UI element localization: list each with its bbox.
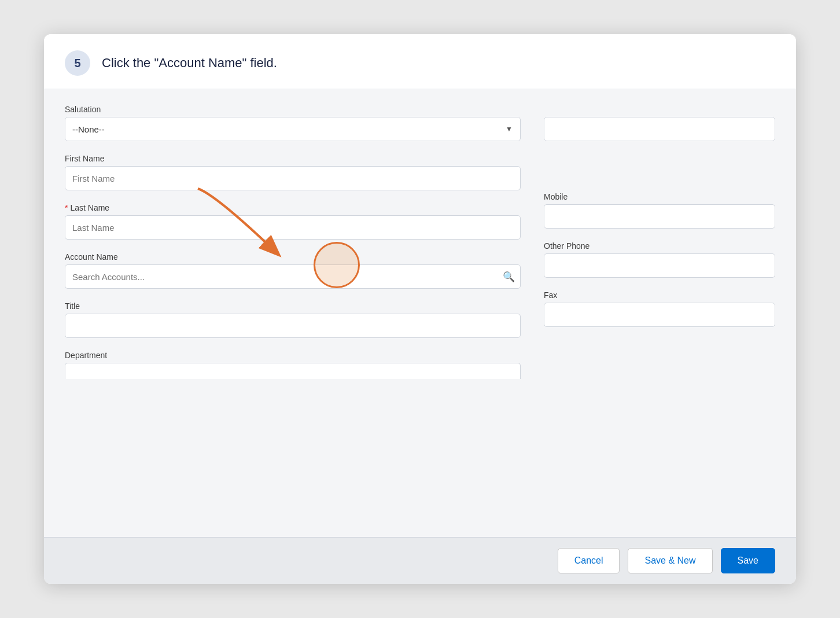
modal-dialog: 5 Click the "Account Name" field. Saluta… bbox=[44, 34, 796, 584]
other-phone-label: Other Phone bbox=[544, 241, 775, 251]
step-header: 5 Click the "Account Name" field. bbox=[44, 34, 796, 89]
modal-footer: Cancel Save & New Save bbox=[44, 537, 796, 584]
step-instruction: Click the "Account Name" field. bbox=[102, 56, 277, 71]
last-name-label: * Last Name bbox=[65, 203, 521, 212]
save-button[interactable]: Save bbox=[721, 548, 775, 573]
cancel-button[interactable]: Cancel bbox=[558, 548, 620, 573]
other-phone-input[interactable] bbox=[544, 253, 775, 278]
search-icon: 🔍 bbox=[503, 271, 515, 283]
top-partial-field: Placeholder bbox=[544, 105, 775, 141]
account-name-input[interactable] bbox=[65, 264, 521, 289]
account-name-label: Account Name bbox=[65, 252, 521, 262]
title-label: Title bbox=[65, 301, 521, 311]
first-name-label: First Name bbox=[65, 154, 521, 163]
salutation-select[interactable]: --None-- Mr. Ms. Mrs. Dr. Prof. bbox=[65, 117, 521, 141]
right-column: Placeholder Mobile Other Phone Fax bbox=[544, 105, 775, 379]
fax-group: Fax bbox=[544, 290, 775, 327]
department-label: Department bbox=[65, 351, 521, 360]
fax-input[interactable] bbox=[544, 303, 775, 327]
account-name-search-wrapper: 🔍 bbox=[65, 264, 521, 289]
other-phone-group: Other Phone bbox=[544, 241, 775, 278]
account-name-group: Account Name bbox=[65, 252, 521, 289]
last-name-group: * Last Name bbox=[65, 203, 521, 240]
title-input[interactable] bbox=[65, 314, 521, 338]
title-group: Title bbox=[65, 301, 521, 338]
mobile-group: Mobile bbox=[544, 192, 775, 229]
account-name-search-button[interactable]: 🔍 bbox=[503, 271, 515, 283]
first-name-group: First Name bbox=[65, 154, 521, 190]
salutation-label: Salutation bbox=[65, 105, 521, 114]
salutation-group: Salutation --None-- Mr. Ms. Mrs. Dr. Pro… bbox=[65, 105, 521, 141]
form-grid: Salutation --None-- Mr. Ms. Mrs. Dr. Pro… bbox=[65, 105, 775, 379]
salutation-select-wrapper: --None-- Mr. Ms. Mrs. Dr. Prof. ▼ bbox=[65, 117, 521, 141]
top-partial-input bbox=[544, 117, 775, 141]
mobile-label: Mobile bbox=[544, 192, 775, 201]
required-star-icon: * bbox=[65, 203, 68, 212]
save-and-new-button[interactable]: Save & New bbox=[628, 548, 712, 573]
department-input[interactable] bbox=[65, 363, 521, 379]
step-number-badge: 5 bbox=[65, 50, 90, 76]
mobile-input[interactable] bbox=[544, 204, 775, 229]
fax-label: Fax bbox=[544, 290, 775, 300]
department-group: Department bbox=[65, 351, 521, 379]
left-column: Salutation --None-- Mr. Ms. Mrs. Dr. Pro… bbox=[65, 105, 521, 379]
form-area: Salutation --None-- Mr. Ms. Mrs. Dr. Pro… bbox=[44, 89, 796, 537]
last-name-input[interactable] bbox=[65, 215, 521, 240]
first-name-input[interactable] bbox=[65, 166, 521, 190]
